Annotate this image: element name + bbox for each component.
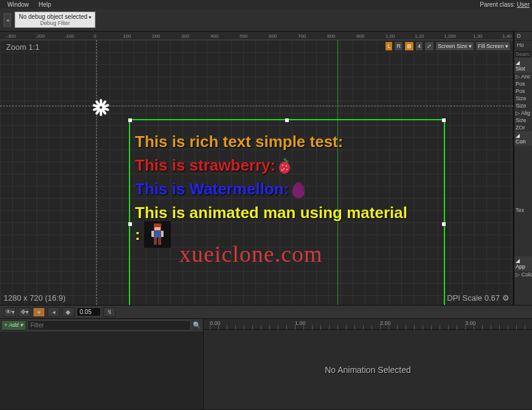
ruler-tick-label: 700	[298, 33, 306, 39]
ruler-tick-label: -300	[6, 33, 16, 39]
resize-handle-mr[interactable]	[442, 222, 446, 226]
ruler-tick-label: 400	[210, 33, 218, 39]
fill-screen-dropdown[interactable]: Fill Screen ▾	[475, 41, 511, 51]
move-tool-icon[interactable]: ✥▾	[18, 307, 30, 317]
resize-handle-tc[interactable]	[285, 118, 289, 122]
rich-text-block: This is rich text simple test: This is s…	[130, 120, 444, 258]
resize-handle-ml[interactable]	[128, 222, 132, 226]
details-alignment-row[interactable]: ▷ Alig	[514, 109, 532, 117]
details-property-row[interactable]: Size	[514, 95, 532, 102]
svg-point-2	[286, 165, 287, 166]
ruler-tick-label: 1,10	[415, 33, 424, 39]
track-list-body[interactable]	[0, 332, 203, 409]
svg-rect-7	[154, 227, 161, 230]
origin-y-line	[96, 40, 97, 305]
details-content-header[interactable]: ◢ Con	[514, 131, 532, 146]
details-dropdown[interactable]: D	[516, 32, 522, 39]
ruler-tick-label: 1,00	[385, 33, 395, 39]
details-text-row[interactable]: Tex	[514, 207, 532, 214]
richtext-line-2: This is strawberry:	[135, 154, 439, 177]
details-property-row[interactable]: Pos	[514, 87, 532, 95]
ruler-tick-label: 100	[123, 33, 131, 39]
svg-rect-9	[151, 231, 154, 237]
ruler-tick-label: 1,30	[473, 33, 483, 39]
ruler-tick-label: 0	[94, 33, 96, 39]
ruler-tick-label: 600	[269, 33, 277, 39]
menu-help[interactable]: Help	[34, 1, 57, 8]
watermelon-icon	[289, 180, 308, 199]
resize-handle-tl[interactable]	[128, 118, 132, 122]
record-button[interactable]: ●	[33, 307, 45, 317]
richtext-line-1: This is rich text simple test:	[135, 130, 439, 154]
details-property-row[interactable]: Size	[514, 117, 532, 124]
anchor-flower-icon[interactable]	[91, 98, 111, 117]
ruler-horizontal: -300-200-1000100200300400500600700800900…	[0, 32, 513, 40]
resize-handle-tr[interactable]	[442, 118, 446, 122]
grid-value-field[interactable]: 4	[415, 41, 423, 51]
back-arrow-button[interactable]: ◂	[4, 13, 11, 27]
grid-toggle-button[interactable]: ⊞	[404, 41, 414, 51]
ruler-tick-label: -200	[35, 33, 45, 39]
ruler-tick-label: 900	[356, 33, 364, 39]
ruler-tick-label: 200	[152, 33, 160, 39]
ruler-tick-label: -100	[64, 33, 74, 39]
details-anchors-row[interactable]: ▷ Anc	[514, 73, 532, 80]
details-search-input[interactable]	[514, 50, 532, 58]
details-color-row[interactable]: ▷ Colo	[514, 271, 532, 278]
dpi-settings-icon[interactable]: ⚙	[502, 293, 510, 302]
ruler-tick-label: 800	[327, 33, 335, 39]
key-icon[interactable]: ◆	[62, 307, 74, 317]
screen-size-dropdown[interactable]: Screen Size ▾	[435, 41, 474, 51]
menu-window[interactable]: Window	[2, 1, 34, 8]
playback-rate-field[interactable]	[77, 307, 101, 316]
resolution-label: 1280 x 720 (16:9)	[4, 293, 66, 302]
animated-man-sprite	[144, 221, 171, 248]
svg-point-5	[282, 169, 283, 171]
svg-rect-8	[153, 230, 162, 237]
parent-class-link[interactable]: User	[517, 1, 530, 8]
svg-point-0	[279, 162, 290, 174]
details-property-row[interactable]: ZOr	[514, 124, 532, 131]
svg-point-1	[282, 165, 283, 166]
details-panel[interactable]: D Ho ◢ Slot ▷ Anc PosPosSizeSize ▷ Alig …	[514, 32, 532, 305]
svg-point-3	[283, 168, 285, 169]
designer-viewport[interactable]: -300-200-1000100200300400500600700800900…	[0, 32, 514, 305]
richtext-line-4: This is animated man using material	[135, 201, 439, 225]
svg-point-4	[286, 169, 288, 170]
svg-rect-10	[161, 231, 164, 237]
ruler-tick-label: 300	[181, 33, 189, 39]
track-filter-input[interactable]	[27, 320, 191, 330]
parent-class-label: Parent class: User	[480, 1, 530, 8]
details-slot-header[interactable]: ◢ Slot	[514, 58, 532, 73]
richtext-line-3: This is Watermellon:	[135, 177, 439, 201]
zoom-label: Zoom 1:1	[6, 43, 40, 52]
ruler-tick-label: 500	[240, 33, 247, 39]
ruler-tick-label: 1,200	[444, 33, 456, 39]
layout-l-button[interactable]: L	[385, 41, 393, 51]
dpi-scale-label: DPI Scale 0.67	[447, 293, 500, 302]
strawberry-icon	[275, 157, 294, 175]
details-property-row[interactable]: Pos	[514, 80, 532, 87]
selection-box[interactable]: This is rich text simple test: This is s…	[129, 119, 445, 305]
details-property-row[interactable]: Size	[514, 102, 532, 109]
prev-key-icon[interactable]: ◂	[47, 307, 60, 317]
details-appearance-header[interactable]: ◢ App	[514, 256, 532, 271]
debug-object-selector[interactable]: No debug object selected▾ Debug Filter	[15, 12, 95, 28]
richtext-colon: :	[135, 223, 140, 247]
svg-rect-12	[158, 237, 161, 245]
origin-x-line	[0, 106, 513, 106]
timeline-ruler[interactable]: 0.001.002.003.00	[204, 319, 532, 330]
ruler-tick-label: 1,40	[502, 33, 512, 39]
curve-tool-icon[interactable]: ↯	[103, 307, 116, 317]
add-track-button[interactable]: + Add ▾	[1, 320, 26, 330]
animation-empty-label: No Animation Selected	[204, 330, 532, 409]
zoom-button[interactable]: ⤢	[424, 41, 434, 51]
search-icon[interactable]: 🔍	[192, 320, 202, 330]
layout-r-button[interactable]: R	[394, 41, 403, 51]
details-home-tab[interactable]: Ho	[516, 41, 525, 49]
svg-rect-11	[154, 237, 157, 245]
visibility-icon[interactable]: 👁▾	[4, 307, 16, 317]
